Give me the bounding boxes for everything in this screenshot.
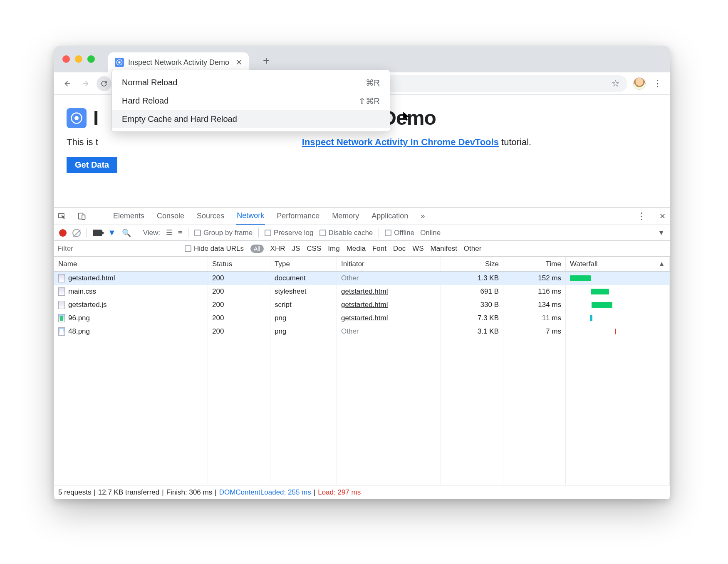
filter-bar: Hide data URLs All XHR JS CSS Img Media … [54,241,670,257]
forward-button[interactable] [78,76,93,91]
table-row[interactable]: 48.png200pngOther3.1 KB7 ms [54,325,670,338]
context-menu-item[interactable]: Normal Reload⌘R [112,74,390,92]
status-transferred: 12.7 KB transferred [98,488,159,497]
filter-all[interactable]: All [250,245,264,253]
devtools-tabbar: Elements Console Sources Network Perform… [54,208,670,225]
new-tab-button[interactable]: + [263,54,270,67]
status-dcl: DOMContentLoaded: 255 ms [219,488,311,497]
device-toggle-icon[interactable] [77,212,87,221]
tab-memory[interactable]: Memory [331,208,360,225]
filter-img[interactable]: Img [328,245,339,253]
minimize-window-icon[interactable] [75,55,82,63]
favicon-icon [115,58,124,67]
table-row[interactable]: 96.png200pnggetstarted.html7.3 KB11 ms [54,312,670,325]
network-toolbar: ▼ 🔍 View: ☰ ≡ Group by frame Preserve lo… [54,225,670,241]
col-name[interactable]: Name [54,257,208,271]
cursor-icon [403,112,411,121]
filter-input[interactable] [57,245,178,253]
table-row[interactable]: main.css200stylesheetgetstarted.html691 … [54,285,670,298]
page-intro: This is tInspect Network Activity In Chr… [67,137,657,148]
reload-context-menu: Normal Reload⌘RHard Reload⇧⌘REmpty Cache… [111,70,390,132]
devtools-menu-icon[interactable]: ⋮ [635,211,648,222]
throttle-select[interactable]: Online [420,229,441,237]
group-by-frame-checkbox[interactable]: Group by frame [194,229,253,237]
browser-tab[interactable]: Inspect Network Activity Demo ✕ [108,52,249,72]
filter-other[interactable]: Other [464,245,482,253]
tab-strip: Inspect Network Activity Demo ✕ + [54,46,670,72]
tutorial-link[interactable]: Inspect Network Activity In Chrome DevTo… [302,137,499,147]
svg-rect-6 [82,215,85,219]
preserve-log-checkbox[interactable]: Preserve log [265,229,313,237]
inspect-element-icon[interactable] [57,212,67,221]
view-large-icon[interactable]: ≡ [178,229,182,237]
status-finish: Finish: 306 ms [166,488,213,497]
file-icon [58,287,65,296]
sort-arrow-icon: ▲ [658,260,665,268]
filter-manifest[interactable]: Manifest [431,245,457,253]
devtools-panel: Elements Console Sources Network Perform… [54,207,670,499]
filter-js[interactable]: JS [292,245,300,253]
reload-button[interactable] [97,76,111,91]
col-status[interactable]: Status [208,257,270,271]
clear-button-icon[interactable] [72,229,81,237]
filter-font[interactable]: Font [372,245,386,253]
toolbar-chevron-icon[interactable]: ▼ [658,229,665,237]
tab-overflow-icon[interactable]: » [420,208,426,225]
record-button-icon[interactable] [59,229,67,237]
table-row[interactable]: getstarted.html200documentOther1.3 KB152… [54,272,670,285]
screenshot-icon[interactable] [93,230,102,236]
grid-empty-space [54,338,670,485]
window-controls [62,55,95,63]
svg-point-3 [74,116,79,120]
page-logo-icon [67,108,87,128]
bookmark-star-icon[interactable]: ☆ [612,78,620,89]
filter-media[interactable]: Media [347,245,366,253]
status-load: Load: 297 ms [318,488,361,497]
tab-close-icon[interactable]: ✕ [236,58,242,67]
tab-elements[interactable]: Elements [112,208,145,225]
status-requests: 5 requests [58,488,91,497]
devtools-close-icon[interactable]: ✕ [659,208,666,225]
view-list-icon[interactable]: ☰ [166,228,172,237]
hide-data-urls-checkbox[interactable]: Hide data URLs [185,245,244,253]
filter-ws[interactable]: WS [412,245,423,253]
get-data-button[interactable]: Get Data [67,157,117,173]
filter-xhr[interactable]: XHR [270,245,285,253]
tab-sources[interactable]: Sources [196,208,225,225]
tab-title: Inspect Network Activity Demo [128,58,229,67]
profile-avatar-icon[interactable] [633,77,646,90]
table-row[interactable]: getstarted.js200scriptgetstarted.html330… [54,298,670,312]
file-icon [58,301,65,309]
filter-doc[interactable]: Doc [393,245,406,253]
network-grid: Name Status Type Initiator Size Time Wat… [54,257,670,485]
filter-toggle-icon[interactable]: ▼ [108,228,116,237]
context-menu-item[interactable]: Hard Reload⇧⌘R [112,92,390,110]
col-type[interactable]: Type [270,257,337,271]
tab-console[interactable]: Console [156,208,185,225]
col-time[interactable]: Time [503,257,566,271]
context-menu-item[interactable]: Empty Cache and Hard Reload [112,110,390,128]
offline-checkbox[interactable]: Offline [385,229,414,237]
disable-cache-checkbox[interactable]: Disable cache [319,229,373,237]
filter-css[interactable]: CSS [307,245,321,253]
grid-header: Name Status Type Initiator Size Time Wat… [54,257,670,272]
browser-menu-icon[interactable]: ⋮ [651,78,664,89]
view-label: View: [143,229,160,237]
back-button[interactable] [60,76,75,91]
col-initiator[interactable]: Initiator [337,257,441,271]
maximize-window-icon[interactable] [87,55,95,63]
close-window-icon[interactable] [62,55,70,63]
svg-point-1 [118,61,120,63]
file-icon [58,327,65,336]
tab-application[interactable]: Application [371,208,409,225]
tab-performance[interactable]: Performance [276,208,320,225]
file-icon [58,314,65,322]
col-waterfall[interactable]: Waterfall▲ [566,257,670,271]
col-size[interactable]: Size [441,257,503,271]
file-icon [58,274,65,282]
search-icon[interactable]: 🔍 [122,228,131,237]
status-bar: 5 requests | 12.7 KB transferred | Finis… [54,485,670,499]
tab-network[interactable]: Network [236,208,265,225]
